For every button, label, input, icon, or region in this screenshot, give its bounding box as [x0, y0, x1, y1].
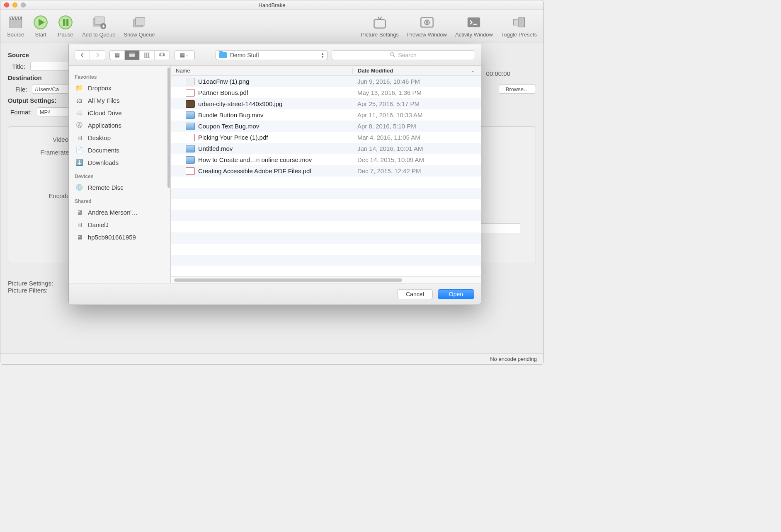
file-row[interactable]: U1oacFnw (1).pngJun 9, 2016, 10:46 PM — [171, 76, 481, 87]
file-row[interactable]: Picking Your Price (1).pdfMar 4, 2016, 1… — [171, 132, 481, 143]
svg-rect-16 — [468, 18, 480, 27]
sidebar-item-documents[interactable]: 📄Documents — [69, 144, 170, 156]
clapperboard-icon — [7, 14, 24, 31]
file-list-pane: Name Date Modified ⌄ U1oacFnw (1).pngJun… — [171, 66, 481, 283]
cancel-button[interactable]: Cancel — [397, 289, 433, 299]
view-list-button[interactable] — [125, 51, 140, 60]
nav-back-button[interactable] — [75, 51, 90, 60]
empty-row — [171, 255, 481, 266]
terminal-icon — [466, 14, 482, 31]
file-name: urban-city-street-1440x900.jpg — [198, 100, 352, 107]
view-columns-button[interactable] — [140, 51, 155, 60]
tv-icon — [371, 14, 388, 31]
svg-rect-23 — [160, 54, 161, 56]
destination-heading: Destination — [8, 74, 42, 81]
sidebar-scrollbar[interactable] — [167, 66, 170, 283]
empty-row — [171, 244, 481, 255]
format-label: Format: — [10, 109, 32, 116]
sidebar-item-remote-disc[interactable]: 💿Remote Disc — [69, 181, 170, 193]
file-type-icon — [186, 89, 195, 97]
column-name[interactable]: Name — [171, 68, 352, 74]
preview-window-button[interactable]: Preview Window — [403, 12, 451, 40]
downloads-icon: ⬇️ — [75, 159, 84, 166]
file-type-icon — [186, 145, 195, 152]
arrange-button[interactable]: ▦ ⌄ — [175, 51, 194, 60]
svg-point-25 — [390, 53, 394, 56]
nav-back-forward — [75, 50, 105, 60]
computer-icon: 🖥 — [75, 208, 84, 216]
file-date: Jun 9, 2016, 10:46 PM — [352, 78, 481, 85]
search-field[interactable]: Search — [332, 50, 475, 60]
file-row[interactable]: Bundle Button Bug.movApr 11, 2016, 10:33… — [171, 109, 481, 121]
titlebar: HandBrake — [0, 0, 543, 10]
activity-window-button[interactable]: Activity Window — [451, 12, 497, 40]
minimize-window-button[interactable] — [12, 2, 17, 7]
window-controls — [4, 2, 26, 7]
handbrake-window: HandBrake Source Start Pause Add to Que — [0, 0, 544, 365]
documents-icon: 📄 — [75, 146, 84, 154]
empty-row — [171, 188, 481, 199]
browse-button[interactable]: Browse… — [499, 85, 536, 94]
computer-icon: 🖥 — [75, 233, 84, 241]
svg-point-15 — [426, 22, 428, 24]
dialog-sidebar: Favorites 📁Dropbox 🗂All My Files ☁️iClou… — [69, 66, 171, 283]
file-row[interactable]: Partner Bonus.pdfMay 13, 2016, 1:36 PM — [171, 87, 481, 98]
arrange-group: ▦ ⌄ — [174, 50, 195, 60]
sidebar-item-shared-0[interactable]: 🖥Andrea Merson'… — [69, 206, 170, 218]
view-mode-group: ▦ — [109, 50, 170, 60]
file-name: U1oacFnw (1).png — [198, 78, 352, 85]
source-button[interactable]: Source — [3, 12, 28, 40]
empty-row — [171, 210, 481, 221]
file-row[interactable]: Coupon Text Bug.movApr 8, 2016, 5:10 PM — [171, 121, 481, 132]
horizontal-scrollbar[interactable] — [171, 276, 481, 283]
file-rows: U1oacFnw (1).pngJun 9, 2016, 10:46 PMPar… — [171, 76, 481, 276]
eye-icon — [419, 14, 435, 31]
show-queue-button[interactable]: Show Queue — [119, 12, 159, 40]
location-popup[interactable]: Demo Stuff ▴▾ — [216, 50, 327, 60]
devices-heading: Devices — [69, 172, 170, 181]
svg-point-4 — [59, 16, 72, 29]
sidebar-item-shared-2[interactable]: 🖥hp5cb901661959 — [69, 231, 170, 243]
column-date-modified[interactable]: Date Modified ⌄ — [352, 68, 481, 74]
column-headers: Name Date Modified ⌄ — [171, 66, 481, 76]
file-date: Apr 25, 2016, 5:17 PM — [352, 100, 481, 107]
zoom-window-button[interactable] — [21, 2, 26, 7]
dialog-footer: Cancel Open — [69, 283, 481, 305]
pause-icon — [57, 14, 74, 31]
file-row[interactable]: urban-city-street-1440x900.jpgApr 25, 20… — [171, 98, 481, 109]
sidebar-item-applications[interactable]: ⒶApplications — [69, 119, 170, 131]
sidebar-item-icloud-drive[interactable]: ☁️iCloud Drive — [69, 106, 170, 119]
file-name: Creating Accessible Adobe PDF Files.pdf — [198, 167, 352, 174]
svg-rect-24 — [163, 54, 165, 56]
applications-icon: Ⓐ — [75, 121, 84, 129]
add-to-queue-button[interactable]: Add to Queue — [78, 12, 119, 40]
sidebar-item-shared-1[interactable]: 🖥DanielJ — [69, 218, 170, 231]
add-queue-icon — [90, 14, 107, 31]
sidebar-item-downloads[interactable]: ⬇️Downloads — [69, 156, 170, 169]
file-row[interactable]: Untitled.movJan 14, 2016, 10:01 AM — [171, 143, 481, 154]
sidebar-item-desktop[interactable]: 🖥Desktop — [69, 131, 170, 144]
status-text: No encode pending — [490, 356, 537, 362]
pause-button[interactable]: Pause — [53, 12, 78, 40]
file-name: Untitled.mov — [198, 145, 352, 152]
view-coverflow-button[interactable] — [155, 51, 170, 60]
picture-settings-button[interactable]: Picture Settings — [357, 12, 403, 40]
sidebar-item-all-my-files[interactable]: 🗂All My Files — [69, 94, 170, 106]
sidebar-item-dropbox[interactable]: 📁Dropbox — [69, 82, 170, 94]
open-button[interactable]: Open — [438, 289, 474, 299]
folder-icon — [219, 52, 227, 58]
close-window-button[interactable] — [4, 2, 9, 7]
empty-row — [171, 266, 481, 276]
start-button[interactable]: Start — [28, 12, 53, 40]
source-heading: Source — [8, 51, 29, 58]
file-row[interactable]: Creating Accessible Adobe PDF Files.pdfD… — [171, 165, 481, 177]
file-type-icon — [186, 167, 195, 175]
nav-forward-button[interactable] — [90, 51, 105, 60]
dialog-toolbar: ▦ ▦ ⌄ Demo Stuff ▴▾ S — [69, 44, 481, 66]
empty-row — [171, 177, 481, 188]
svg-rect-18 — [514, 19, 518, 25]
file-row[interactable]: How to Create and…n online course.movDec… — [171, 154, 481, 165]
view-icons-button[interactable]: ▦ — [110, 51, 125, 60]
toggle-presets-button[interactable]: Toggle Presets — [497, 12, 541, 40]
file-name: Picking Your Price (1).pdf — [198, 134, 352, 141]
